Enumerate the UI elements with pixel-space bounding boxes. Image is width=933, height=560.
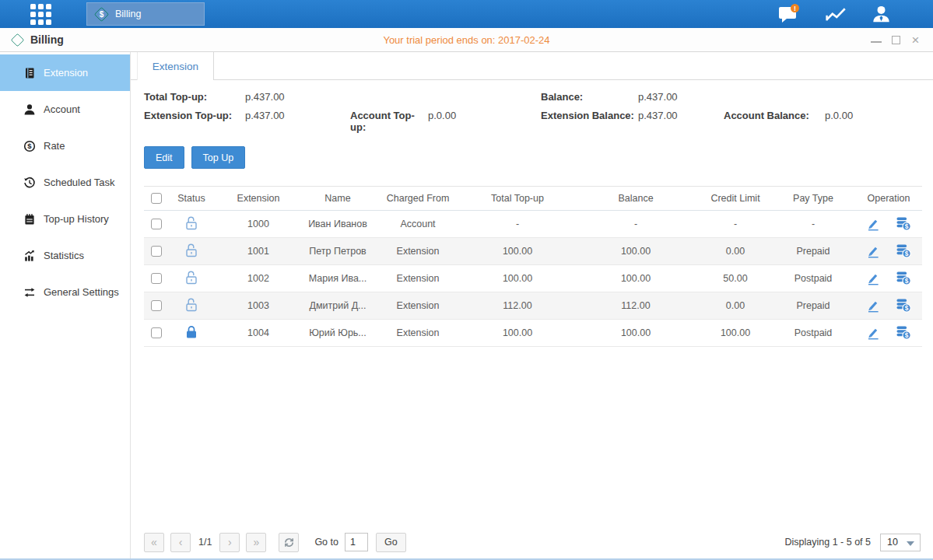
sidebar-item-account[interactable]: Account [0, 91, 130, 128]
table-row: 1003 Дмитрий Д... Extension 112.00 112.0… [144, 292, 922, 320]
page-size-select[interactable]: 10 [880, 534, 921, 551]
row-checkbox[interactable] [151, 327, 162, 338]
top-up-row-icon[interactable] [896, 297, 911, 313]
lock-unlocked-icon[interactable] [184, 243, 198, 258]
tab-extension[interactable]: Extension [137, 52, 214, 80]
table-row: 1004 Юрий Юрь... Extension 100.00 100.00… [144, 320, 922, 347]
select-all-checkbox[interactable] [151, 193, 162, 204]
user-account-icon[interactable] [871, 4, 892, 25]
goto-page-input[interactable] [345, 533, 368, 551]
lock-locked-icon[interactable] [184, 324, 198, 340]
window-title: Billing [30, 33, 64, 46]
account-topup-value: p.0.00 [428, 110, 541, 133]
top-up-row-icon[interactable] [896, 270, 911, 285]
app-launcher-grid-icon[interactable] [29, 2, 52, 26]
maximize-button[interactable] [892, 36, 900, 44]
row-checkbox[interactable] [151, 273, 162, 284]
top-up-button[interactable]: Top Up [191, 146, 246, 169]
cell-balance: 100.00 [572, 265, 700, 292]
cell-charged-from: Extension [373, 238, 463, 265]
prev-page-button[interactable]: ‹ [170, 533, 191, 552]
cell-name: Петр Петров [303, 238, 373, 265]
cell-total-topup: 100.00 [463, 320, 572, 347]
row-checkbox[interactable] [151, 219, 162, 229]
edit-row-icon[interactable] [866, 271, 880, 285]
chevron-down-icon [907, 541, 914, 546]
balance-label: Balance: [541, 91, 638, 103]
sidebar-item-label: Account [44, 103, 80, 115]
trial-notice: Your trial period ends on: 2017-02-24 [0, 34, 933, 46]
cell-total-topup: - [463, 211, 572, 238]
cell-pay-type: Postpaid [771, 320, 855, 347]
cell-extension: 1002 [214, 265, 303, 292]
lock-unlocked-icon[interactable] [184, 297, 198, 313]
col-name: Name [303, 187, 373, 211]
window-titlebar: Billing Your trial period ends on: 2017-… [0, 28, 933, 52]
cell-credit-limit: 100.00 [700, 320, 771, 347]
cell-balance: 100.00 [572, 320, 700, 347]
main-content: Extension Total Top-up: p.437.00 Balance… [131, 52, 933, 558]
top-up-row-icon[interactable] [896, 324, 911, 340]
edit-row-icon[interactable] [866, 299, 880, 313]
row-checkbox[interactable] [151, 300, 162, 311]
billing-summary: Total Top-up: p.437.00 Balance: p.437.00… [131, 80, 933, 133]
cell-pay-type: Postpaid [771, 265, 855, 292]
lock-unlocked-icon[interactable] [184, 270, 198, 285]
edit-row-icon[interactable] [866, 326, 880, 340]
billing-app-window: Billing ! [0, 0, 933, 560]
refresh-button[interactable] [279, 533, 299, 552]
edit-row-icon[interactable] [866, 217, 880, 231]
total-topup-label: Total Top-up: [144, 91, 245, 103]
close-button[interactable]: × [910, 35, 921, 45]
extension-balance-label: Extension Balance: [541, 110, 638, 133]
first-page-button[interactable]: « [144, 533, 164, 552]
cell-name: Мария Ива... [303, 265, 373, 292]
sidebar-item-scheduled-task[interactable]: Scheduled Task [0, 164, 130, 201]
sidebar-item-label: Rate [44, 140, 65, 152]
sidebar-item-topup-history[interactable]: Top-up History [0, 201, 130, 237]
billing-diamond-icon [93, 6, 110, 23]
last-page-button[interactable]: » [246, 533, 266, 552]
sidebar-item-label: Statistics [44, 250, 84, 261]
col-status: Status [169, 187, 214, 211]
transfer-arrows-icon [23, 286, 36, 299]
extension-topup-label: Extension Top-up: [144, 110, 245, 133]
cell-credit-limit: 0.00 [700, 238, 771, 265]
minimize-button[interactable] [871, 37, 882, 43]
table-row: 1001 Петр Петров Extension 100.00 100.00… [144, 238, 922, 265]
clock-icon [23, 177, 36, 189]
notifications-chat-icon[interactable]: ! [778, 4, 801, 24]
sidebar-item-rate[interactable]: $ Rate [0, 128, 130, 164]
edit-button[interactable]: Edit [144, 146, 184, 169]
cell-extension: 1000 [214, 211, 303, 238]
cell-total-topup: 100.00 [463, 238, 572, 265]
edit-row-icon[interactable] [866, 244, 880, 258]
lock-unlocked-icon[interactable] [184, 215, 198, 231]
row-checkbox[interactable] [151, 246, 162, 257]
taskbar-billing-tab[interactable]: Billing [86, 2, 205, 26]
svg-text:$: $ [27, 142, 32, 150]
cell-total-topup: 112.00 [463, 292, 572, 320]
col-pay-type: Pay Type [771, 187, 855, 211]
cell-pay-type: - [771, 211, 855, 238]
cell-extension: 1004 [214, 320, 303, 347]
table-row: 1000 Иван Иванов Account - - - - [144, 211, 922, 238]
notebook-icon [23, 213, 36, 226]
balance-value: p.437.00 [638, 91, 724, 103]
sidebar-item-general-settings[interactable]: General Settings [0, 274, 130, 310]
cell-balance: - [572, 211, 700, 238]
sidebar-item-label: Scheduled Task [44, 177, 115, 188]
top-up-row-icon[interactable] [896, 243, 911, 258]
next-page-button[interactable]: › [219, 533, 240, 552]
cell-credit-limit: - [700, 211, 771, 238]
action-buttons: Edit Top Up [131, 133, 933, 169]
page-indicator: 1/1 [198, 537, 212, 548]
statistics-chart-icon[interactable] [824, 5, 847, 23]
cell-charged-from: Account [373, 211, 463, 238]
sidebar-item-label: Extension [44, 67, 88, 79]
sidebar-item-statistics[interactable]: Statistics [0, 237, 130, 274]
cell-extension: 1001 [214, 238, 303, 265]
top-up-row-icon[interactable] [896, 215, 911, 231]
go-button[interactable]: Go [376, 533, 406, 552]
sidebar-item-extension[interactable]: Extension [0, 54, 130, 91]
